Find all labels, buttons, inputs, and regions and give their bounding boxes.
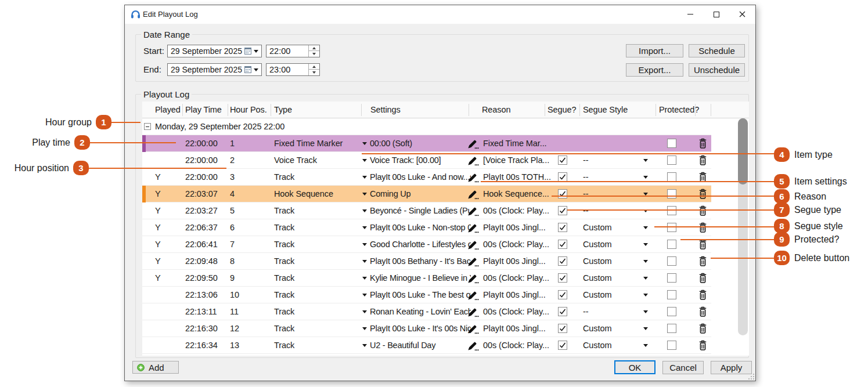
cancel-button[interactable]: Cancel	[662, 361, 704, 374]
resize-grip[interactable]	[748, 374, 754, 379]
type-cell[interactable]: Track	[274, 320, 294, 337]
settings-cell[interactable]: PlayIt 00s Luke - Non-stop 0	[370, 219, 471, 236]
settings-cell[interactable]: 00:00 (Soft)	[370, 135, 471, 152]
protected-checkbox[interactable]	[667, 240, 676, 249]
export-button[interactable]: Export...	[626, 63, 683, 77]
spin-down-button[interactable]	[309, 51, 319, 57]
segue-style-dropdown-icon[interactable]	[643, 344, 648, 347]
type-dropdown-icon[interactable]	[362, 310, 367, 313]
type-dropdown-icon[interactable]	[362, 277, 367, 280]
type-dropdown-icon[interactable]	[362, 294, 367, 296]
type-dropdown-icon[interactable]	[362, 209, 367, 212]
type-cell[interactable]: Track	[274, 337, 294, 354]
settings-cell[interactable]: Kylie Minogue - I Believe in Y.	[370, 270, 471, 287]
col-header-settings[interactable]: Settings	[370, 102, 401, 118]
settings-cell[interactable]: PlayIt 00s Bethany - It's Back	[370, 253, 471, 270]
start-time-spinner[interactable]: 22:00	[266, 45, 320, 57]
delete-button[interactable]	[698, 138, 708, 149]
segue-checkbox[interactable]	[558, 290, 567, 299]
type-dropdown-icon[interactable]	[362, 260, 367, 263]
table-row[interactable]: Y 22:06:37 6 Track PlayIt 00s Luke - Non…	[142, 219, 711, 236]
segue-style-dropdown-icon[interactable]	[643, 243, 648, 246]
segue-style-value[interactable]: Custom	[583, 320, 611, 337]
delete-button[interactable]	[698, 205, 708, 216]
start-date-picker[interactable]: 29 September 2025	[167, 45, 262, 57]
segue-style-value[interactable]: Custom	[583, 253, 611, 270]
segue-style-dropdown-icon[interactable]	[643, 327, 648, 330]
protected-checkbox[interactable]	[667, 139, 676, 148]
col-header-segue-style[interactable]: Segue Style	[583, 102, 628, 118]
reason-cell[interactable]: PlayIt 00s Jingl...	[483, 320, 546, 337]
type-cell[interactable]: Track	[274, 236, 294, 253]
segue-style-dropdown-icon[interactable]	[643, 277, 648, 280]
table-row[interactable]: 22:16:30 12 Track PlayIt 00s Luke - It's…	[142, 320, 711, 337]
reason-cell[interactable]: 00s (Clock: Play...	[483, 303, 549, 320]
type-dropdown-icon[interactable]	[362, 327, 367, 330]
schedule-button[interactable]: Schedule	[689, 44, 745, 57]
col-header-hour-pos[interactable]: Hour Pos.	[230, 102, 267, 118]
segue-checkbox[interactable]	[558, 256, 567, 266]
close-button[interactable]	[729, 5, 755, 23]
protected-checkbox[interactable]	[667, 256, 676, 266]
delete-button[interactable]	[698, 290, 708, 300]
segue-checkbox[interactable]	[558, 223, 567, 232]
type-cell[interactable]: Track	[274, 202, 294, 219]
segue-checkbox[interactable]	[558, 206, 567, 215]
reason-cell[interactable]: PlayIt 00s Jingl...	[483, 287, 546, 303]
protected-checkbox[interactable]	[667, 172, 676, 182]
segue-checkbox[interactable]	[558, 240, 567, 249]
col-header-play-time[interactable]: Play Time	[185, 102, 222, 118]
import-button[interactable]: Import...	[626, 44, 683, 57]
edit-icon[interactable]	[467, 290, 479, 301]
type-dropdown-icon[interactable]	[362, 243, 367, 246]
edit-icon[interactable]	[467, 139, 479, 149]
col-header-protected[interactable]: Protected?	[659, 102, 699, 118]
protected-checkbox[interactable]	[667, 324, 676, 333]
protected-checkbox[interactable]	[667, 206, 676, 215]
segue-style-dropdown-icon[interactable]	[643, 226, 648, 229]
col-header-segue[interactable]: Segue?	[548, 102, 576, 118]
segue-style-dropdown-icon[interactable]	[643, 260, 648, 263]
segue-style-dropdown-icon[interactable]	[643, 310, 648, 313]
reason-cell[interactable]: Hook Sequence...	[483, 186, 549, 202]
type-dropdown-icon[interactable]	[362, 159, 367, 162]
apply-button[interactable]: Apply	[711, 361, 752, 374]
end-time-spinner[interactable]: 23:00	[266, 63, 320, 76]
segue-style-dropdown-icon[interactable]	[643, 159, 648, 162]
segue-checkbox[interactable]	[558, 155, 567, 165]
settings-cell[interactable]: Good Charlotte - Lifestyles of	[370, 236, 471, 253]
segue-checkbox[interactable]	[558, 324, 567, 333]
edit-icon[interactable]	[467, 256, 479, 267]
table-row[interactable]: 22:00:00 1 Fixed Time Marker 00:00 (Soft…	[142, 135, 711, 152]
protected-checkbox[interactable]	[667, 273, 676, 283]
spin-down-button[interactable]	[309, 70, 319, 75]
reason-cell[interactable]: PlayIt 00s Jingl...	[483, 253, 546, 270]
segue-style-value[interactable]: Custom	[583, 337, 611, 354]
type-dropdown-icon[interactable]	[362, 176, 367, 179]
delete-button[interactable]	[698, 189, 708, 199]
settings-cell[interactable]: PlayIt 00s Luke - It's 00s Nig.	[370, 320, 471, 337]
table-row[interactable]: Y 22:03:07 4 Hook Sequence Coming Up Hoo…	[142, 186, 711, 202]
type-dropdown-icon[interactable]	[362, 344, 367, 347]
type-cell[interactable]: Track	[274, 303, 294, 320]
protected-checkbox[interactable]	[667, 307, 676, 316]
delete-button[interactable]	[698, 306, 708, 317]
edit-icon[interactable]	[467, 206, 479, 216]
segue-style-value[interactable]: --	[583, 303, 588, 320]
table-row[interactable]: Y 22:00:00 3 Track PlayIt 00s Luke - And…	[142, 169, 711, 186]
segue-style-value[interactable]: Custom	[583, 270, 611, 287]
delete-button[interactable]	[698, 323, 708, 334]
segue-style-value[interactable]: --	[583, 152, 588, 169]
reason-cell[interactable]: Fixed Time Mar...	[483, 135, 547, 152]
type-dropdown-icon[interactable]	[362, 142, 367, 145]
delete-button[interactable]	[698, 222, 708, 233]
type-dropdown-icon[interactable]	[362, 226, 367, 229]
reason-cell[interactable]: PlayIt 00s Jingl...	[483, 219, 546, 236]
segue-checkbox[interactable]	[558, 172, 567, 182]
segue-style-value[interactable]: --	[583, 202, 588, 219]
segue-style-value[interactable]: Custom	[583, 219, 611, 236]
segue-style-value[interactable]: Custom	[583, 236, 611, 253]
segue-style-dropdown-icon[interactable]	[643, 176, 648, 179]
edit-icon[interactable]	[467, 223, 479, 233]
protected-checkbox[interactable]	[667, 189, 676, 198]
